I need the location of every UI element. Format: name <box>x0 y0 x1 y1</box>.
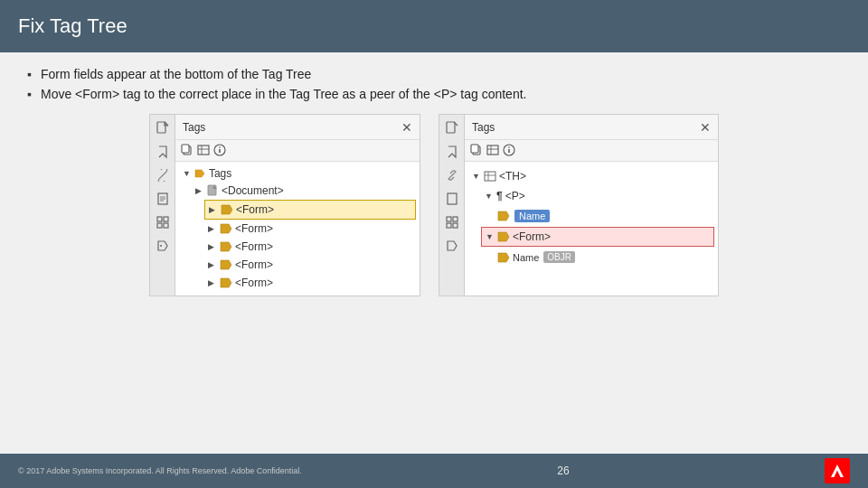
header: Fix Tag Tree <box>0 0 868 52</box>
r-toolbar-info-icon <box>503 144 515 158</box>
chevron-form5: ▶ <box>208 278 217 287</box>
sidebar-bookmark-icon <box>155 144 171 160</box>
left-panel-sidebar <box>150 115 175 296</box>
svg-rect-32 <box>487 145 498 155</box>
left-panel-title: Tags <box>183 121 205 134</box>
r-sidebar-link-icon <box>444 167 460 183</box>
tree-form-selected[interactable]: ▼ <Form> <box>481 227 714 247</box>
svg-rect-28 <box>447 223 451 228</box>
chevron-form2: ▶ <box>208 224 217 233</box>
svg-line-24 <box>450 174 454 177</box>
tree-name-badge[interactable]: Name <box>494 207 714 225</box>
r-toolbar-grid-icon <box>486 145 499 157</box>
tags-root-label: Tags <box>209 167 231 180</box>
tree-form-2[interactable]: ▶ <Form> <box>204 220 416 238</box>
r-sidebar-grid-icon <box>444 214 460 230</box>
left-panel-close[interactable]: ✕ <box>401 120 412 135</box>
left-panel-main: Tags ✕ ▼ <box>175 115 420 296</box>
tree-form-5[interactable]: ▶ <Form> <box>204 274 416 292</box>
svg-rect-41 <box>825 458 850 483</box>
svg-point-19 <box>219 146 221 148</box>
right-panel-titlebar: Tags ✕ <box>465 115 718 140</box>
chevron-form1: ▶ <box>209 205 218 214</box>
toolbar-info-icon <box>213 144 226 158</box>
footer: © 2017 Adobe Systems Incorporated. All R… <box>0 454 868 488</box>
sidebar-tag-icon <box>155 238 171 254</box>
sidebar-page-icon <box>155 191 171 207</box>
r-sidebar-page-icon <box>444 191 460 207</box>
panels-row: Tags ✕ ▼ <box>27 114 841 296</box>
svg-rect-31 <box>471 145 478 153</box>
tree-name-objr[interactable]: Name OBJR <box>494 249 714 266</box>
right-panel-close[interactable]: ✕ <box>700 120 711 135</box>
bullet-list: Form fields appear at the bottom of the … <box>27 67 841 101</box>
left-panel-outer: Tags ✕ ▼ <box>149 114 420 296</box>
chevron-doc: ▶ <box>195 186 204 195</box>
right-panel-main: Tags ✕ ▼ <box>465 115 718 296</box>
svg-rect-25 <box>448 193 457 204</box>
right-panel-sidebar <box>439 115 465 296</box>
svg-point-11 <box>160 245 162 247</box>
content-area: Form fields appear at the bottom of the … <box>0 52 868 305</box>
left-panel-toolbar <box>175 140 420 162</box>
chevron-form4: ▶ <box>208 260 217 269</box>
r-sidebar-tag-icon <box>444 238 460 254</box>
toolbar-grid-icon <box>197 145 210 157</box>
adobe-logo-icon <box>825 458 850 483</box>
svg-point-37 <box>508 146 510 148</box>
svg-rect-27 <box>453 217 458 221</box>
r-toolbar-copy-icon <box>470 144 483 158</box>
svg-rect-10 <box>164 223 168 228</box>
r-sidebar-doc-icon <box>444 120 460 136</box>
svg-rect-14 <box>198 145 209 155</box>
svg-rect-7 <box>157 217 162 221</box>
right-panel-body: ▼ <TH> ▼ ¶ <P> Name <box>465 162 718 296</box>
sidebar-grid-icon <box>155 214 171 230</box>
sidebar-doc-icon <box>155 120 171 136</box>
svg-rect-29 <box>453 223 458 228</box>
sidebar-link-icon <box>155 167 171 183</box>
tree-form-4[interactable]: ▶ <Form> <box>204 256 416 274</box>
tree-form-1[interactable]: ▶ <Form> <box>204 200 416 220</box>
footer-logo <box>825 458 850 483</box>
svg-line-2 <box>161 174 165 177</box>
r-sidebar-bookmark-icon <box>444 144 460 160</box>
tree-document[interactable]: ▶ <Document> <box>192 182 416 200</box>
tree-root: ▼ Tags <box>179 165 416 182</box>
toolbar-copy-icon <box>181 144 193 158</box>
svg-rect-26 <box>447 217 451 221</box>
footer-copyright: © 2017 Adobe Systems Incorporated. All R… <box>18 466 302 475</box>
footer-page-number: 26 <box>557 465 569 477</box>
right-panel-toolbar <box>465 140 718 162</box>
right-panel-title: Tags <box>472 121 495 134</box>
right-panel-outer: Tags ✕ ▼ <box>439 114 719 296</box>
page-title: Fix Tag Tree <box>18 14 127 38</box>
tree-th[interactable]: ▼ <TH> <box>468 167 714 185</box>
left-panel-titlebar: Tags ✕ <box>175 115 420 140</box>
svg-rect-22 <box>447 122 455 133</box>
tree-p[interactable]: ▼ ¶ <P> <box>481 187 714 205</box>
svg-rect-38 <box>485 172 495 181</box>
tree-form-3[interactable]: ▶ <Form> <box>204 238 416 256</box>
svg-rect-8 <box>164 217 168 221</box>
chevron-form3: ▶ <box>208 242 217 251</box>
left-panel-body: ▼ Tags ▶ <Document> ▶ <Form> <box>175 162 420 296</box>
bullet-item-2: Move <Form> tag to the correct place in … <box>27 87 841 101</box>
svg-rect-9 <box>157 223 162 228</box>
bullet-item-1: Form fields appear at the bottom of the … <box>27 67 841 81</box>
svg-rect-13 <box>182 145 189 153</box>
